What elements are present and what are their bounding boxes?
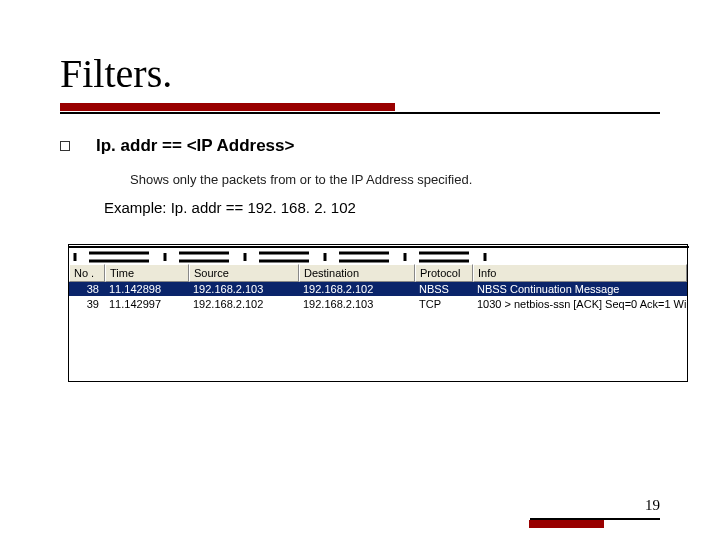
table-row[interactable]: 38 11.142898 192.168.2.103 192.168.2.102… [69, 282, 687, 297]
title-divider [60, 103, 660, 114]
cell-src: 192.168.2.102 [189, 297, 299, 312]
empty-table-area [69, 312, 687, 382]
col-no[interactable]: No . [69, 264, 105, 282]
col-time[interactable]: Time [105, 264, 189, 282]
packet-capture-screenshot: No . Time Source Destination Protocol In… [68, 244, 688, 382]
cell-time: 11.142997 [105, 297, 189, 312]
cell-dst: 192.168.2.103 [299, 297, 415, 312]
col-protocol[interactable]: Protocol [415, 264, 473, 282]
cell-no: 39 [69, 297, 105, 312]
filter-syntax-heading: Ip. addr == <IP Address> [96, 136, 294, 156]
slide-body: Filters. Ip. addr == <IP Address> Shows … [0, 0, 720, 402]
cell-no: 38 [69, 282, 105, 297]
page-number: 19 [645, 497, 660, 514]
toolbar-fragment [69, 245, 687, 264]
packet-table: No . Time Source Destination Protocol In… [69, 264, 687, 282]
footer-divider-thick [529, 520, 604, 528]
cell-proto: NBSS [415, 282, 473, 297]
bullet-item: Ip. addr == <IP Address> [60, 136, 660, 156]
table-row[interactable]: 39 11.142997 192.168.2.102 192.168.2.103… [69, 297, 687, 312]
cell-info: 1030 > netbios-ssn [ACK] Seq=0 Ack=1 Win… [473, 297, 687, 312]
filter-description: Shows only the packets from or to the IP… [130, 172, 660, 187]
cell-proto: TCP [415, 297, 473, 312]
cell-dst: 192.168.2.102 [299, 282, 415, 297]
filter-example: Example: Ip. addr == 192. 168. 2. 102 [104, 199, 660, 216]
cell-src: 192.168.2.103 [189, 282, 299, 297]
cell-time: 11.142898 [105, 282, 189, 297]
col-info[interactable]: Info [473, 264, 687, 282]
square-bullet-icon [60, 141, 70, 151]
col-dest[interactable]: Destination [299, 264, 415, 282]
col-source[interactable]: Source [189, 264, 299, 282]
cell-info: NBSS Continuation Message [473, 282, 687, 297]
slide-title: Filters. [60, 50, 660, 97]
